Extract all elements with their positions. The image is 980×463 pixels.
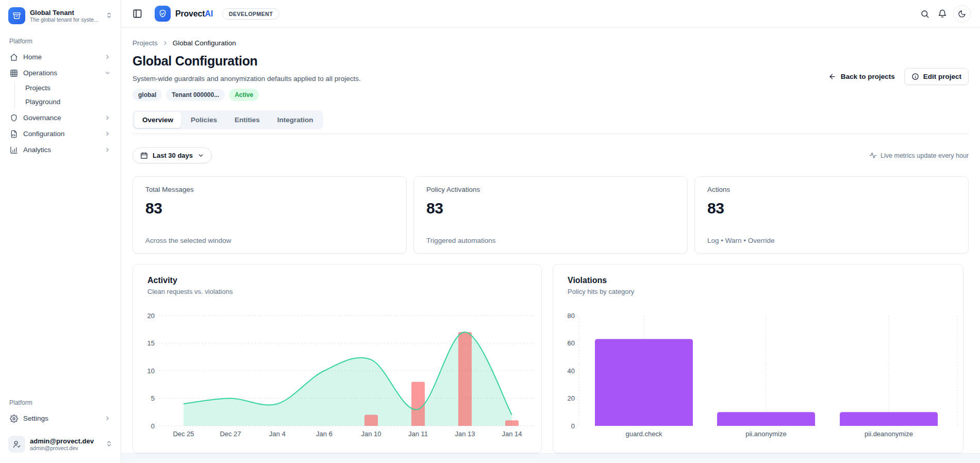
chevron-right-icon <box>104 54 111 60</box>
brand[interactable]: ProvectAI <box>155 6 213 22</box>
svg-text:Jan 14: Jan 14 <box>502 430 522 438</box>
svg-text:pii.anonymize: pii.anonymize <box>745 430 787 438</box>
stat-cards: Total Messages 83 Across the selected wi… <box>132 176 969 254</box>
header-actions: Back to projects Edit project <box>823 68 969 85</box>
breadcrumb-projects[interactable]: Projects <box>132 39 158 47</box>
chevron-right-icon <box>104 415 111 422</box>
sidebar-item-label: Home <box>23 53 42 61</box>
breadcrumb-current: Global Configuration <box>173 39 236 47</box>
user-check-icon <box>12 440 21 449</box>
user-menu[interactable]: admin@provect.dev admin@provect.dev <box>6 433 114 456</box>
sidebar-item-settings[interactable]: Settings <box>6 410 114 426</box>
chart-subtitle: Policy hits by category <box>568 288 634 295</box>
sidebar-item-analytics[interactable]: Analytics <box>6 142 114 158</box>
sidebar-item-projects[interactable]: Projects <box>21 81 114 95</box>
svg-text:5: 5 <box>151 394 155 402</box>
back-to-projects-button[interactable]: Back to projects <box>823 69 900 84</box>
stat-note: Triggered automations <box>426 237 675 244</box>
brand-name: ProvectAI <box>175 9 213 19</box>
tab-policies[interactable]: Policies <box>182 112 225 128</box>
svg-text:0: 0 <box>151 422 155 430</box>
stat-title: Total Messages <box>145 186 394 193</box>
svg-text:0: 0 <box>571 422 575 430</box>
stat-title: Policy Activations <box>426 186 675 193</box>
sidebar-toggle-button[interactable] <box>130 7 144 21</box>
edit-project-button[interactable]: Edit project <box>904 68 969 85</box>
calendar-icon <box>140 152 148 159</box>
stat-card-policy-activations: Policy Activations 83 Triggered automati… <box>413 176 688 254</box>
svg-text:Dec 25: Dec 25 <box>173 430 194 438</box>
stat-title: Actions <box>707 186 956 193</box>
svg-text:80: 80 <box>568 312 575 320</box>
shield-icon <box>10 114 18 122</box>
stat-note: Log • Warn • Override <box>707 237 956 244</box>
tenant-switcher[interactable]: Global Tenant The global tenant for syst… <box>6 5 114 26</box>
bell-icon <box>938 9 947 19</box>
tab-entities[interactable]: Entities <box>226 112 268 128</box>
chart-title: Violations <box>568 276 634 285</box>
next-section-edge <box>121 453 980 462</box>
user-email: admin@provect.dev <box>30 445 101 452</box>
home-icon <box>10 53 18 61</box>
breadcrumb: Projects Global Configuration <box>132 39 969 47</box>
page-header: Projects Global Configuration Global Con… <box>121 28 980 134</box>
stat-card-actions: Actions 83 Log • Warn • Override <box>694 176 969 254</box>
sidebar-section-label: Platform <box>9 399 111 406</box>
svg-text:20: 20 <box>147 312 155 320</box>
stat-value: 83 <box>426 200 675 217</box>
tab-integration[interactable]: Integration <box>269 112 322 128</box>
page-title: Global Configuration <box>132 52 969 70</box>
chevron-down-icon <box>104 70 111 76</box>
sidebar: Global Tenant The global tenant for syst… <box>0 0 121 463</box>
chevron-right-icon <box>104 114 111 121</box>
sidebar-item-playground[interactable]: Playground <box>21 95 114 109</box>
page-content: Projects Global Configuration Global Con… <box>121 28 980 463</box>
chevron-right-icon <box>162 40 169 46</box>
shield-check-icon <box>158 9 167 18</box>
brand-logo <box>155 6 171 22</box>
sidebar-item-home[interactable]: Home <box>6 49 114 65</box>
chevron-right-icon <box>104 146 111 153</box>
chart-subtitle: Clean requests vs. violations <box>147 288 232 295</box>
live-metrics-note: Live metrics update every hour <box>869 152 969 159</box>
sidebar-nav: Home Operations Projects Playground Gove… <box>6 49 114 158</box>
sidebar-item-configuration[interactable]: Configuration <box>6 126 114 142</box>
bar-chart-icon <box>10 146 18 154</box>
theme-toggle-button[interactable] <box>953 5 971 23</box>
chevrons-up-down-icon <box>106 440 112 449</box>
svg-text:guard.check: guard.check <box>626 430 662 438</box>
activity-pulse-icon <box>869 152 877 159</box>
chart-title: Activity <box>147 276 232 285</box>
svg-text:60: 60 <box>568 339 575 347</box>
charts-row: Activity Clean requests vs. violations 0… <box>132 264 969 453</box>
svg-text:Jan 13: Jan 13 <box>455 430 475 438</box>
sidebar-footer: Platform Settings admin@provect.dev admi… <box>6 388 114 456</box>
chevron-right-icon <box>104 130 111 137</box>
tab-overview[interactable]: Overview <box>134 112 181 128</box>
stat-value: 83 <box>145 200 394 217</box>
svg-text:10: 10 <box>147 367 155 375</box>
user-name: admin@provect.dev <box>30 437 101 445</box>
search-button[interactable] <box>918 7 932 21</box>
section-divider <box>132 134 969 134</box>
activity-chart-card: Activity Clean requests vs. violations 0… <box>132 264 542 453</box>
badge-row: global Tenant 000000... Active <box>132 89 969 101</box>
topbar-actions <box>918 5 971 23</box>
stat-note: Across the selected window <box>145 237 394 244</box>
svg-text:Jan 11: Jan 11 <box>408 430 428 438</box>
grid-icon <box>10 69 18 77</box>
sidebar-item-label: Settings <box>23 414 48 423</box>
sidebar-item-governance[interactable]: Governance <box>6 110 114 126</box>
main-area: ProvectAI DEVELOPMENT Projects <box>121 0 980 463</box>
badge-tenant: Tenant 000000... <box>166 89 225 101</box>
date-range-button[interactable]: Last 30 days <box>132 147 212 163</box>
notifications-button[interactable] <box>936 7 949 21</box>
svg-text:Jan 10: Jan 10 <box>361 430 381 438</box>
archive-icon <box>12 11 21 20</box>
file-code-icon <box>10 130 18 138</box>
sidebar-item-operations[interactable]: Operations <box>6 65 114 81</box>
chevrons-up-down-icon <box>106 11 112 21</box>
tenant-description: The global tenant for syste... <box>30 16 101 23</box>
search-icon <box>920 9 929 19</box>
tab-bar: Overview Policies Entities Integration <box>132 110 323 129</box>
